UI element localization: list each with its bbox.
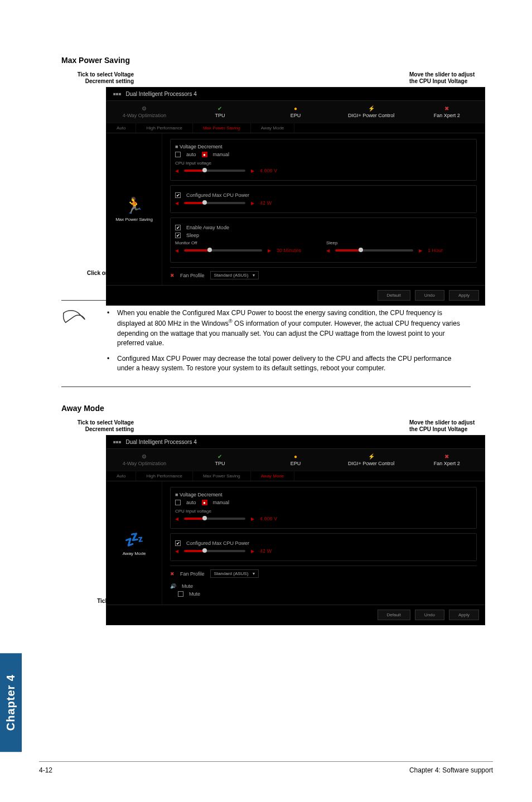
tab-fan-label: Fan Xpert 2 — [434, 113, 460, 118]
tab-fan[interactable]: ✖Fan Xpert 2 — [409, 101, 485, 123]
tab-4way-label: 4-Way Optimization — [123, 113, 166, 118]
monitor-off-value: 30 Minutes — [277, 248, 301, 253]
runner-icon: 🏃 — [124, 196, 144, 215]
tab-4way[interactable]: ⚙4-Way Optimization — [107, 101, 182, 123]
title-processor: Dual Intelligent Processors 4 — [126, 91, 197, 97]
subtab-auto-2[interactable]: Auto — [107, 471, 136, 481]
tab-fan-2[interactable]: ✖Fan Xpert 2 — [409, 449, 485, 471]
bolt-icon: ⚡ — [368, 105, 375, 112]
screenshot-away-mode-wrap: Tick to select Voltage Decrement setting… — [61, 419, 471, 609]
tab-tpu-2[interactable]: ✔TPU — [182, 449, 258, 471]
cpu-input-slider-2[interactable] — [184, 518, 245, 520]
leaf-icon: ● — [294, 105, 297, 112]
tab-digi-label: DIGI+ Power Control — [348, 113, 394, 118]
tab-digi-label-2: DIGI+ Power Control — [348, 461, 394, 466]
fan-profile-dropdown-2[interactable]: Standard (ASUS)▾ — [210, 569, 259, 578]
check-icon: ✔ — [217, 105, 222, 112]
tab-digi-2[interactable]: ⚡DIGI+ Power Control — [333, 449, 409, 471]
checkbox-enable-away[interactable]: ✔ — [175, 225, 181, 230]
enable-away-label: Enable Away Mode — [186, 225, 229, 230]
slider-dec-icon[interactable]: ◀ — [175, 168, 178, 173]
callout-voltage-decrement-2: Tick to select Voltage Decrement setting — [61, 419, 134, 433]
monitor-off-label: Monitor Off — [175, 240, 321, 245]
default-button-2[interactable]: Default — [378, 610, 410, 620]
label-auto-2: auto — [186, 500, 196, 505]
subtab-high-2[interactable]: High Performance — [136, 471, 192, 481]
section-title-away-mode: Away Mode — [61, 404, 471, 413]
note-block: When you enable the Configured Max CPU P… — [61, 300, 471, 387]
wrench-icon: ⚙ — [142, 105, 147, 112]
system-sleep-slider[interactable] — [335, 249, 413, 252]
leaf-icon: ● — [294, 453, 297, 460]
voltage-decrement-title-2: ■ Voltage Decrement — [175, 492, 472, 497]
max-cpu-power-slider[interactable] — [184, 202, 245, 204]
subtab-max-2[interactable]: Max Power Saving — [193, 471, 251, 481]
side-label-away: Away Mode — [123, 551, 146, 556]
footer-chapter-label: Chapter 4: Software support — [409, 766, 493, 774]
note-item-1: When you enable the Configured Max CPU P… — [100, 308, 465, 349]
section-title-max-power-saving: Max Power Saving — [61, 56, 471, 65]
default-button[interactable]: Default — [378, 290, 410, 301]
radio-manual[interactable]: ● — [202, 152, 207, 157]
undo-button-2[interactable]: Undo — [415, 610, 444, 620]
tab-tpu[interactable]: ✔TPU — [182, 101, 258, 123]
radio-manual-2[interactable]: ● — [202, 500, 207, 505]
max-cpu-power-slider-2[interactable] — [184, 550, 245, 552]
radio-auto[interactable] — [175, 152, 181, 157]
chevron-down-icon: ▾ — [253, 273, 255, 278]
brand-logo: ■■■ — [113, 92, 122, 96]
monitor-off-slider[interactable] — [184, 249, 262, 252]
subtab-high[interactable]: High Performance — [136, 123, 192, 133]
chapter-side-tab: Chapter 4 — [0, 653, 22, 752]
tab-4way-label-2: 4-Way Optimization — [123, 461, 166, 466]
tab-epu-label: EPU — [291, 113, 301, 118]
fan-profile-icon-2: ✖ — [170, 571, 175, 577]
tab-4way-2[interactable]: ⚙4-Way Optimization — [107, 449, 182, 471]
fan-icon: ✖ — [444, 105, 449, 112]
app-window-away: ■■■ Dual Intelligent Processors 4 ⚙4-Way… — [106, 435, 485, 625]
bolt-icon: ⚡ — [368, 453, 375, 460]
cpu-input-voltage-label-2: CPU Input voltage — [175, 509, 472, 514]
fan-profile-icon: ✖ — [170, 273, 175, 278]
title-processor-2: Dual Intelligent Processors 4 — [126, 439, 197, 445]
tab-epu-2[interactable]: ●EPU — [258, 449, 333, 471]
fan-profile-label: Fan Profile — [180, 273, 205, 278]
cpu-input-slider[interactable] — [184, 170, 245, 172]
wrench-icon: ⚙ — [142, 453, 147, 460]
fan-profile-dropdown[interactable]: Standard (ASUS)▾ — [210, 271, 259, 279]
brand-logo-2: ■■■ — [113, 440, 122, 445]
page-number: 4-12 — [39, 766, 52, 774]
side-label: Max Power Saving — [115, 217, 153, 222]
sleep-icon: 💤 — [124, 530, 144, 549]
tab-digi[interactable]: ⚡DIGI+ Power Control — [333, 101, 409, 123]
apply-button-2[interactable]: Apply — [449, 610, 479, 620]
system-sleep-value: 1 Hour — [428, 248, 443, 253]
callout-voltage-decrement: Tick to select Voltage Decrement setting — [61, 71, 134, 85]
apply-button[interactable]: Apply — [449, 290, 479, 301]
subtab-away-2[interactable]: Away Mode — [251, 471, 295, 481]
subtab-auto[interactable]: Auto — [107, 123, 136, 133]
speaker-icon: 🔊 — [170, 583, 176, 589]
slider-inc-icon[interactable]: ▶ — [251, 168, 254, 173]
callout-cpu-input-voltage: Move the slider to adjust the CPU Input … — [409, 71, 482, 85]
undo-button[interactable]: Undo — [415, 290, 444, 301]
cpu-input-value: 4.000 V — [260, 168, 277, 173]
checkbox-configured-max-2[interactable]: ✔ — [175, 540, 181, 546]
checkbox-sleep[interactable]: ✔ — [175, 233, 181, 238]
cpu-input-voltage-label: CPU Input voltage — [175, 161, 472, 166]
tab-epu-label-2: EPU — [291, 461, 301, 466]
subtab-max[interactable]: Max Power Saving — [193, 123, 251, 133]
subtab-away[interactable]: Away Mode — [251, 123, 295, 133]
screenshot-max-power-saving-wrap: Tick to select Voltage Decrement setting… — [61, 71, 471, 283]
tab-tpu-label-2: TPU — [215, 461, 225, 466]
tab-epu[interactable]: ●EPU — [258, 101, 333, 123]
checkbox-mute[interactable] — [178, 591, 183, 597]
check-icon: ✔ — [217, 453, 222, 460]
checkbox-configured-max[interactable]: ✔ — [175, 192, 181, 198]
max-cpu-power-value-2: 42 W — [260, 548, 272, 554]
sleep-label: Sleep — [186, 233, 199, 238]
label-auto: auto — [186, 152, 196, 157]
fan-icon: ✖ — [444, 453, 449, 460]
radio-auto-2[interactable] — [175, 500, 181, 505]
tab-tpu-label: TPU — [215, 113, 225, 118]
